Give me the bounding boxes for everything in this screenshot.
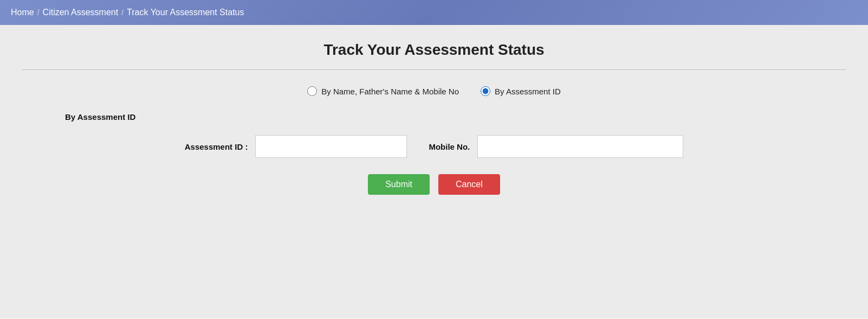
mobile-no-label: Mobile No. [429,142,470,151]
radio-option-by-assessment-id[interactable]: By Assessment ID [481,86,561,96]
breadcrumb-current: Track Your Assessment Status [127,8,244,17]
mobile-no-group: Mobile No. [429,135,683,158]
assessment-id-group: Assessment ID : [185,135,407,158]
header: Home / Citizen Assessment / Track Your A… [0,0,868,25]
assessment-id-input[interactable] [255,135,407,158]
radio-option-by-name[interactable]: By Name, Father's Name & Mobile No [307,86,459,96]
page-title: Track Your Assessment Status [22,41,846,59]
divider [22,69,846,70]
form-row: Assessment ID : Mobile No. [22,135,846,158]
radio-by-name[interactable] [307,86,317,96]
main-content: Track Your Assessment Status By Name, Fa… [0,25,868,318]
breadcrumb-citizen-assessment[interactable]: Citizen Assessment [43,8,119,17]
mobile-no-input[interactable] [477,135,683,158]
assessment-id-label: Assessment ID : [185,142,248,151]
radio-by-assessment-id-label: By Assessment ID [495,87,561,96]
submit-button[interactable]: Submit [368,174,430,195]
breadcrumb-home[interactable]: Home [11,8,34,17]
breadcrumb: Home / Citizen Assessment / Track Your A… [11,8,244,17]
buttons-row: Submit Cancel [22,174,846,195]
section-label: By Assessment ID [65,112,846,122]
breadcrumb-sep-1: / [37,8,40,17]
radio-by-assessment-id[interactable] [481,86,490,96]
breadcrumb-sep-2: / [121,8,124,17]
radio-options-group: By Name, Father's Name & Mobile No By As… [22,86,846,96]
cancel-button[interactable]: Cancel [438,174,500,195]
radio-by-name-label: By Name, Father's Name & Mobile No [321,87,459,96]
